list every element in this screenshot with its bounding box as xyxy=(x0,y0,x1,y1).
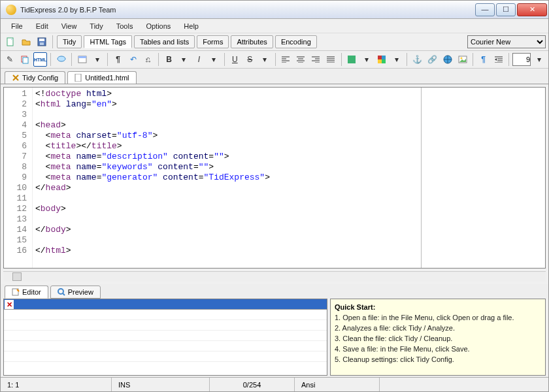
menu-tools[interactable]: Tools xyxy=(110,21,140,31)
wand-icon[interactable]: ✎ xyxy=(3,52,17,67)
menu-help[interactable]: Help xyxy=(177,21,205,31)
menu-options[interactable]: Options xyxy=(139,21,177,31)
italic-icon[interactable]: I xyxy=(192,52,206,67)
quickstart-title: Quick Start: xyxy=(335,303,375,311)
horizontal-scrollbar[interactable] xyxy=(3,271,546,282)
menubar: FileEditViewTidyToolsOptionsHelp xyxy=(1,19,548,33)
window-title: TidExpress 2.0 by B.F.P Team xyxy=(20,6,475,14)
pilcrow2-icon[interactable]: ¶ xyxy=(476,52,490,67)
quickstart-item: 3. Clean the file: click Tidy / Cleanup. xyxy=(335,333,541,344)
link-icon[interactable]: 🔗 xyxy=(425,52,439,67)
status-encoding: Ansi xyxy=(295,378,380,391)
redo-icon[interactable]: ⎌ xyxy=(141,52,155,67)
color-green-icon[interactable] xyxy=(345,52,359,67)
svg-rect-9 xyxy=(348,56,356,63)
doc-tab[interactable]: Tidy Config xyxy=(5,71,65,84)
document-icon xyxy=(75,74,82,82)
color-multi-icon[interactable] xyxy=(374,52,388,67)
indent-icon[interactable] xyxy=(491,52,505,67)
dropdown-icon[interactable]: ▾ xyxy=(90,52,104,67)
align-justify-icon[interactable] xyxy=(324,52,338,67)
svg-rect-2 xyxy=(39,39,44,41)
copy-icon[interactable] xyxy=(18,52,32,67)
toolbar-row-1: TidyHTML TagsTables and listsFormsAttrib… xyxy=(1,33,548,51)
config-icon xyxy=(12,74,20,82)
code-area[interactable]: <!doctype html><html lang="en"><head> <m… xyxy=(33,88,421,268)
quickstart-item: 4. Save a file: in the File Menu, click … xyxy=(335,344,541,354)
bold-icon[interactable]: B xyxy=(162,52,176,67)
editor-right-pane xyxy=(421,88,545,268)
toolbar-tab-encoding[interactable]: Encoding xyxy=(275,35,317,48)
quickstart-item: 5. Cleanup settings: click Tidy Config. xyxy=(335,354,541,365)
view-tab-editor[interactable]: Editor xyxy=(5,286,48,299)
save-icon[interactable] xyxy=(35,35,49,49)
document-tabs: Tidy ConfigUntitled1.html xyxy=(1,69,548,84)
bold-drop-icon[interactable]: ▾ xyxy=(177,52,191,67)
globe-icon[interactable] xyxy=(441,52,454,67)
italic-drop-icon[interactable]: ▾ xyxy=(207,52,221,67)
app-window: TidExpress 2.0 by B.F.P Team — ☐ ✕ FileE… xyxy=(0,0,549,392)
color-drop2-icon[interactable]: ▾ xyxy=(390,52,403,67)
new-file-icon[interactable] xyxy=(3,35,18,49)
view-tab-preview[interactable]: Preview xyxy=(50,286,101,299)
underline-icon[interactable]: U xyxy=(228,52,242,67)
doc-tab[interactable]: Untitled1.html xyxy=(67,71,136,84)
comment-icon[interactable] xyxy=(54,52,68,67)
open-file-icon[interactable] xyxy=(19,35,33,49)
preview-icon xyxy=(58,288,65,296)
svg-rect-8 xyxy=(78,56,86,58)
code-editor[interactable]: 12345678910111213141516 <!doctype html><… xyxy=(3,87,546,269)
status-bar: 1: 1 INS 0/254 Ansi xyxy=(1,377,548,391)
titlebar[interactable]: TidExpress 2.0 by B.F.P Team — ☐ ✕ xyxy=(1,1,548,19)
menu-view[interactable]: View xyxy=(55,21,84,31)
svg-rect-3 xyxy=(40,42,44,45)
align-right-icon[interactable] xyxy=(309,52,323,67)
quickstart-item: 2. Analyzes a file: click Tidy / Analyze… xyxy=(335,323,541,333)
font-select[interactable]: Courier New xyxy=(467,35,546,48)
svg-point-16 xyxy=(460,57,462,59)
svg-rect-5 xyxy=(23,57,28,63)
line-gutter: 12345678910111213141516 xyxy=(4,88,33,268)
svg-rect-13 xyxy=(382,59,386,63)
strike-drop-icon[interactable]: ▾ xyxy=(258,52,272,67)
menu-edit[interactable]: Edit xyxy=(29,21,55,31)
toolbar-tab-tidy[interactable]: Tidy xyxy=(57,35,82,48)
toolbar-tab-forms[interactable]: Forms xyxy=(197,35,229,48)
undo-icon[interactable]: ↶ xyxy=(126,52,140,67)
close-messages-icon[interactable]: ✕ xyxy=(5,300,14,309)
size-drop-icon[interactable]: ▾ xyxy=(532,52,546,67)
status-mode: INS xyxy=(112,378,210,391)
toolbar-row-2: ✎ HTML ▾ ¶ ↶ ⎌ B ▾ I ▾ U S ▾ ▾ ▾ ⚓ 🔗 xyxy=(1,51,548,69)
pilcrow-icon[interactable]: ¶ xyxy=(111,52,125,67)
svg-point-19 xyxy=(58,289,63,294)
close-button[interactable]: ✕ xyxy=(517,3,547,16)
menu-tidy[interactable]: Tidy xyxy=(83,21,109,31)
toolbar-tab-tables-and-lists[interactable]: Tables and lists xyxy=(134,35,195,48)
strike-icon[interactable]: S xyxy=(243,52,257,67)
messages-panel: ✕ xyxy=(3,299,327,376)
messages-list[interactable] xyxy=(4,310,327,375)
app-icon xyxy=(6,5,16,15)
svg-point-6 xyxy=(58,56,65,61)
toolbar-tab-html-tags[interactable]: HTML Tags xyxy=(84,35,132,48)
align-center-icon[interactable] xyxy=(294,52,308,67)
window-icon[interactable] xyxy=(75,52,89,67)
menu-file[interactable]: File xyxy=(5,21,29,31)
view-tabs: EditorPreview xyxy=(1,284,548,299)
editor-icon xyxy=(12,288,20,296)
align-left-icon[interactable] xyxy=(279,52,293,67)
quickstart-item: 1. Open a file: in the File Menu, click … xyxy=(335,312,541,323)
image-icon[interactable] xyxy=(456,52,469,67)
quickstart-panel: Quick Start: 1. Open a file: in the File… xyxy=(330,299,546,376)
svg-rect-10 xyxy=(378,56,382,59)
svg-rect-11 xyxy=(382,56,386,59)
toolbar-tab-attributes[interactable]: Attributes xyxy=(231,35,273,48)
color-drop1-icon[interactable]: ▾ xyxy=(360,52,374,67)
svg-rect-12 xyxy=(378,59,382,63)
maximize-button[interactable]: ☐ xyxy=(496,3,516,16)
anchor-icon[interactable]: ⚓ xyxy=(410,52,424,67)
minimize-button[interactable]: — xyxy=(475,3,495,16)
size-input[interactable] xyxy=(512,53,531,66)
html-icon[interactable]: HTML xyxy=(33,52,47,67)
svg-rect-17 xyxy=(75,74,81,82)
